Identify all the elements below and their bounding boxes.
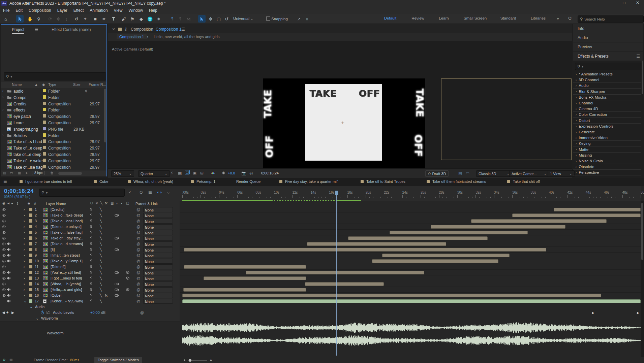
help-search-input[interactable]: ⚲Search Help [578, 15, 644, 23]
effects-category[interactable]: ›Perspective [573, 170, 641, 175]
timeline-zoom-slider-track[interactable] [188, 360, 207, 361]
twirl-icon[interactable]: › [576, 153, 577, 157]
bottom-panel-tab[interactable]: Take that shit off [507, 179, 540, 184]
label-color[interactable] [43, 159, 46, 162]
project-scrollbar[interactable] [104, 89, 106, 142]
label-column-icon[interactable]: ◆ [42, 82, 45, 87]
layer-name[interactable]: Take of... day stay... [51, 236, 83, 240]
quality-switch[interactable]: ╲ [100, 213, 102, 218]
layer-duration-bar[interactable] [204, 276, 306, 280]
item-name[interactable]: Solides [13, 133, 27, 138]
twirl-icon[interactable]: › [2, 95, 3, 99]
workspace-tab-small-screen[interactable]: Small Screen [464, 16, 487, 20]
twirl-icon[interactable]: › [576, 101, 577, 105]
pick-whip-icon[interactable]: @ [136, 230, 140, 234]
draft-3d-toggle-icon[interactable]: ⛭ [140, 190, 143, 195]
grid-guides-icon[interactable]: ⊞ [200, 171, 204, 175]
exposure-icon[interactable]: ✺ [222, 171, 225, 175]
parent-dropdown[interactable]: None⌄ [143, 253, 173, 258]
layer-name[interactable]: [Take o...d streams] [51, 242, 83, 246]
shy-switch[interactable] [90, 208, 93, 211]
twirl-icon[interactable]: › [24, 207, 25, 211]
effects-category[interactable]: ›Audio [573, 83, 641, 89]
layer-label-color[interactable] [29, 242, 32, 245]
quality-switch[interactable]: ╲ [100, 276, 102, 280]
gizmo-scale-icon[interactable]: ▢ [215, 15, 222, 23]
snapping-grid-icon[interactable]: ⌗ [306, 17, 308, 22]
layer-label-color[interactable] [29, 282, 32, 286]
exposure-value[interactable]: +0.0 [228, 171, 235, 175]
quality-switch[interactable]: ╲ [100, 299, 102, 303]
effects-category[interactable]: ›Cinema 4D [573, 106, 641, 112]
composition-frame[interactable]: TAKE OFF TAKE OFF TAKE OFF + [263, 78, 425, 168]
project-row[interactable]: eye patchComposition29.97 [2, 113, 102, 120]
workspace-tab-default[interactable]: Default [384, 16, 396, 20]
motion-blur-switch[interactable] [115, 237, 119, 240]
layer-row[interactable]: ›4[Take o...e unloyal]╲@None⌄ [0, 224, 180, 230]
twirl-icon[interactable]: › [24, 282, 25, 286]
label-color[interactable] [43, 89, 46, 92]
pick-whip-icon[interactable]: @ [136, 265, 140, 269]
parent-dropdown[interactable]: None⌄ [143, 224, 173, 229]
speaker-icon[interactable] [7, 271, 10, 274]
world-axis-mode-icon[interactable]: ⤒ [177, 15, 184, 23]
label-color[interactable] [43, 133, 46, 137]
menu-file[interactable]: File [0, 7, 12, 14]
pick-whip-icon[interactable]: @ [136, 207, 140, 211]
twirl-icon[interactable]: › [24, 253, 25, 257]
twirl-icon[interactable]: › [24, 265, 25, 269]
eye-icon[interactable] [2, 248, 6, 251]
project-row[interactable]: I careComposition29.97 [2, 120, 102, 126]
lock-icon[interactable]: ⚷ [124, 27, 127, 31]
layer-label-color[interactable] [29, 213, 32, 217]
dolly-camera-tool[interactable]: ↕ [63, 15, 70, 23]
shy-switch[interactable] [90, 254, 93, 257]
twirl-icon[interactable]: › [24, 293, 25, 297]
workspace-tab-review[interactable]: Review [411, 16, 424, 20]
layer-row[interactable]: ›2[Take o...fake deep]╲@None⌄ [0, 212, 180, 219]
hand-tool[interactable]: ✋ [26, 15, 34, 23]
bottom-panel-tab[interactable]: Take off them fabricated streams [427, 179, 486, 184]
layer-label-color[interactable] [29, 254, 32, 257]
pick-whip-icon[interactable]: @ [136, 299, 140, 303]
pick-whip-icon[interactable]: @ [136, 288, 140, 292]
layer-row[interactable]: ›10[Take o...y Comp 1]╲@None⌄ [0, 258, 180, 264]
selection-tool[interactable] [16, 15, 24, 23]
pick-whip-icon[interactable]: @ [136, 236, 140, 240]
timeline-search-input[interactable]: ⚲▾ [39, 189, 125, 197]
layer-duration-bar[interactable] [348, 236, 487, 240]
menu-animation[interactable]: Animation [87, 7, 111, 14]
eye-icon[interactable] [2, 283, 6, 286]
parent-dropdown[interactable]: None⌄ [143, 287, 173, 292]
keyframe-diamond[interactable]: ◆ [637, 311, 639, 315]
motion-blur-switch[interactable] [115, 214, 119, 217]
pick-whip-icon[interactable]: @ [136, 293, 140, 297]
quality-switch[interactable]: ╲ [100, 236, 102, 240]
twirl-icon[interactable]: › [576, 142, 577, 145]
eye-icon[interactable] [2, 254, 6, 257]
layer-label-color[interactable] [29, 219, 32, 223]
layer-row[interactable]: ›9[I'ma t...ten steps]╲@None⌄ [0, 253, 180, 259]
twirl-icon[interactable]: › [576, 90, 577, 93]
twirl-icon[interactable]: › [24, 225, 25, 229]
item-name[interactable]: Take of...lse flag [13, 165, 43, 170]
twirl-icon[interactable]: › [24, 236, 25, 240]
twirl-icon[interactable]: › [576, 165, 577, 169]
twirl-icon[interactable]: › [576, 171, 577, 174]
project-row[interactable]: shoeprint.pngPNG file28 KB [2, 126, 102, 132]
layer-name[interactable]: [I'ma t...ten steps] [51, 253, 80, 257]
layer-duration-bar[interactable] [431, 225, 565, 229]
timeline-group-menu-icon[interactable]: ☰ [3, 179, 7, 184]
layer-row[interactable]: ›3[Take o...ions I had]╲@None⌄ [0, 218, 180, 224]
layer-name[interactable]: [Take o...ions I had] [51, 219, 83, 223]
shy-switch[interactable] [90, 219, 93, 223]
pick-whip-icon[interactable]: @ [136, 225, 140, 229]
layer-row[interactable]: ›15[Hello,...s and girls]╲@None⌄ [0, 287, 180, 293]
waveform-header-row[interactable]: ⌄Waveform [0, 316, 180, 322]
layer-duration-bar[interactable] [184, 265, 306, 269]
menu-help[interactable]: Help [146, 7, 160, 14]
shy-switch[interactable] [90, 265, 93, 268]
breadcrumb-back-icon[interactable]: ‹ [147, 34, 148, 39]
project-row[interactable]: Take of...lse flagComposition29.97 [2, 164, 102, 170]
zoom-in-mountain-icon[interactable]: ▲ [209, 358, 213, 362]
